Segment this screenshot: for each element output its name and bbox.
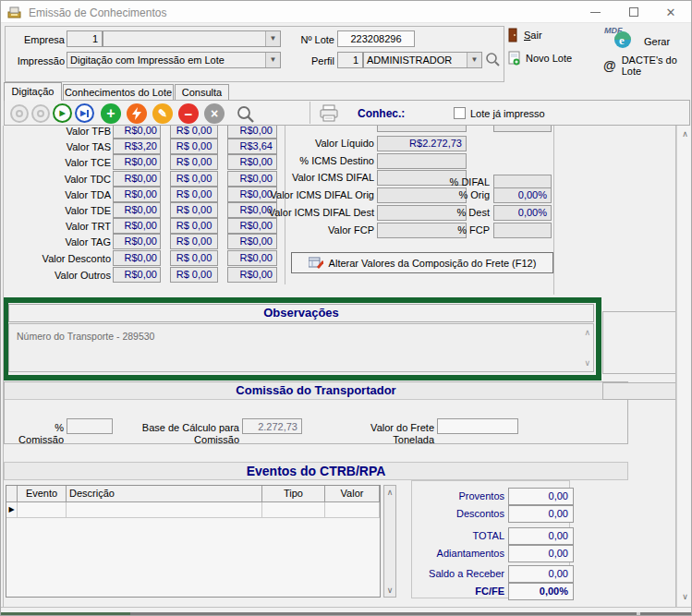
pct-dest-field[interactable]: 0,00% bbox=[493, 205, 552, 221]
impressao-combo[interactable]: Digitação com Impressão em Lote▼ bbox=[67, 52, 281, 68]
clipped-field[interactable] bbox=[493, 126, 552, 132]
lote-field[interactable]: 223208296 bbox=[337, 30, 415, 47]
at-icon: @ bbox=[603, 58, 616, 73]
row-indicator-icon: ▶ bbox=[6, 502, 18, 518]
lote-impresso-checkbox[interactable] bbox=[454, 107, 466, 119]
grid-scrollbar[interactable]: ∧ ∨ bbox=[383, 485, 396, 598]
tab-digitacao[interactable]: Digitação bbox=[4, 82, 62, 101]
eventos-grid[interactable]: Evento Descrição Tipo Valor ▶ bbox=[6, 485, 381, 598]
perfil-search-icon[interactable] bbox=[485, 52, 501, 67]
icms-destino-field[interactable] bbox=[377, 153, 467, 169]
col-valor[interactable]: Valor bbox=[325, 486, 380, 502]
proventos-label: Proventos bbox=[412, 490, 504, 501]
novo-lote-button[interactable]: Novo Lote bbox=[508, 51, 572, 66]
field-label: Valor ICMS DIFAL bbox=[253, 172, 374, 183]
dactes-button[interactable]: @ DACTE's do Lote bbox=[603, 54, 691, 77]
alterar-composicao-button[interactable]: Alterar Valores da Composição do Frete (… bbox=[291, 252, 553, 273]
freight-field[interactable]: R$0,00 bbox=[227, 267, 277, 283]
pct-comissao-field[interactable] bbox=[67, 418, 113, 434]
window-title: Emissão de Conhecimentos bbox=[29, 6, 166, 19]
total-label: TOTAL bbox=[412, 530, 504, 541]
freight-field[interactable]: R$0,00 bbox=[113, 267, 161, 283]
header-panel: Empresa 1 ▼ Nº Lote 223208296 Impressão … bbox=[5, 26, 504, 82]
observacoes-text: Número do Transporte - 289530 bbox=[17, 331, 154, 342]
clipped-side-box bbox=[602, 311, 676, 374]
chevron-down-icon[interactable]: ▼ bbox=[265, 31, 280, 46]
impressao-label: Impressão bbox=[9, 55, 65, 67]
chevron-down-icon[interactable]: ▼ bbox=[467, 53, 481, 67]
adiantamentos-value: 0,00 bbox=[508, 545, 574, 562]
svg-text:e: e bbox=[619, 33, 625, 47]
fcfe-value: 0,00% bbox=[508, 583, 574, 600]
field-label: % ICMS Destino bbox=[253, 155, 374, 166]
comissao-groupbox: Comissão do Transportador % Comissão Bas… bbox=[4, 381, 628, 444]
empresa-combo[interactable]: ▼ bbox=[103, 30, 281, 47]
sair-button[interactable]: Sair bbox=[508, 28, 542, 42]
scroll-up-icon[interactable]: ∧ bbox=[679, 129, 691, 139]
print-icon[interactable] bbox=[319, 104, 339, 122]
saldo-receber-value: 0,00 bbox=[508, 565, 574, 583]
nav-next-button[interactable]: ▶ bbox=[53, 103, 72, 123]
scroll-up-icon[interactable]: ∧ bbox=[584, 328, 590, 337]
col-descricao[interactable]: Descrição bbox=[67, 486, 262, 502]
nav-prior-button[interactable] bbox=[31, 104, 50, 123]
field-label: Valor FCP bbox=[253, 224, 374, 236]
base-calculo-label: Base de Cálculo para Comissão bbox=[119, 422, 239, 446]
clipped-field[interactable] bbox=[377, 126, 467, 132]
frete-tonelada-label: Valor do Frete Tonelada bbox=[343, 422, 434, 446]
empresa-label: Empresa bbox=[9, 34, 65, 46]
post-lightning-button[interactable] bbox=[127, 103, 147, 124]
scroll-down-icon[interactable]: ∨ bbox=[679, 592, 691, 601]
grid-cell[interactable] bbox=[18, 502, 67, 518]
close-button[interactable]: ✕ bbox=[655, 1, 686, 23]
conhec-label: Conhec.: bbox=[358, 107, 405, 120]
saldo-receber-label: Saldo a Receber bbox=[412, 568, 504, 579]
cancel-button[interactable]: × bbox=[204, 103, 225, 124]
base-calculo-field[interactable]: 2.272,73 bbox=[242, 418, 302, 434]
nav-last-button[interactable]: ▶ bbox=[75, 103, 94, 123]
field-label: % FCP bbox=[431, 224, 490, 236]
impressao-value: Digitação com Impressão em Lote bbox=[70, 54, 225, 66]
search-icon[interactable] bbox=[236, 104, 255, 124]
grid-indicator-header bbox=[6, 486, 18, 502]
field-label: % DIFAL bbox=[431, 176, 490, 187]
freight-field[interactable]: R$0,00 bbox=[113, 250, 161, 266]
frete-tonelada-field[interactable] bbox=[437, 418, 518, 434]
scroll-up-icon[interactable]: ∧ bbox=[384, 488, 395, 497]
horizontal-scrollbar[interactable] bbox=[1, 607, 692, 616]
maximize-button[interactable] bbox=[618, 1, 650, 23]
pct-fcp-field[interactable] bbox=[493, 223, 552, 238]
vertical-scrollbar[interactable]: ∧ ∨ bbox=[676, 126, 692, 607]
comissao-title: Comissão do Transportador bbox=[5, 382, 627, 400]
scroll-down-icon[interactable]: ∨ bbox=[584, 358, 590, 368]
add-record-button[interactable]: + bbox=[101, 103, 121, 124]
nav-first-button[interactable] bbox=[10, 104, 29, 123]
chevron-down-icon[interactable]: ▼ bbox=[265, 53, 280, 67]
tab-consulta[interactable]: Consulta bbox=[175, 84, 229, 101]
empresa-number-field[interactable]: 1 bbox=[67, 30, 103, 47]
observacoes-memo[interactable]: Número do Transporte - 289530 ∧ ∨ bbox=[8, 323, 594, 372]
scrollbar-thumb[interactable] bbox=[1, 612, 130, 616]
minimize-button[interactable] bbox=[579, 1, 611, 23]
gerar-mdfe-button[interactable]: MDF e Gerar bbox=[603, 25, 670, 50]
tab-conhecimentos-do-lote[interactable]: Conhecimentos do Lote bbox=[63, 84, 174, 101]
perfil-number-field[interactable]: 1 bbox=[337, 52, 363, 68]
grid-data-row[interactable]: ▶ bbox=[6, 502, 380, 518]
col-tipo[interactable]: Tipo bbox=[262, 486, 325, 502]
observacoes-title: Observações bbox=[8, 304, 594, 322]
perfil-combo[interactable]: ADMINISTRADOR▼ bbox=[363, 52, 482, 68]
valor-liquido-field[interactable]: R$2.272,73 bbox=[377, 136, 467, 151]
col-evento[interactable]: Evento bbox=[18, 486, 67, 502]
freight-field[interactable]: R$0,00 bbox=[227, 250, 277, 266]
freight-field[interactable]: R$ 0,00 bbox=[170, 267, 218, 283]
field-label: Valor ICMS DIFAL Dest bbox=[253, 207, 374, 218]
edit-record-button[interactable]: ✎ bbox=[152, 103, 173, 124]
grid-cell[interactable] bbox=[67, 502, 262, 518]
descontos-label: Descontos bbox=[412, 508, 504, 519]
pct-orig-field[interactable]: 0,00% bbox=[493, 187, 552, 203]
grid-cell[interactable] bbox=[325, 502, 380, 518]
grid-cell[interactable] bbox=[262, 502, 325, 518]
scroll-down-icon[interactable]: ∨ bbox=[384, 586, 395, 595]
freight-field[interactable]: R$ 0,00 bbox=[170, 250, 218, 266]
delete-record-button[interactable]: − bbox=[178, 103, 199, 124]
